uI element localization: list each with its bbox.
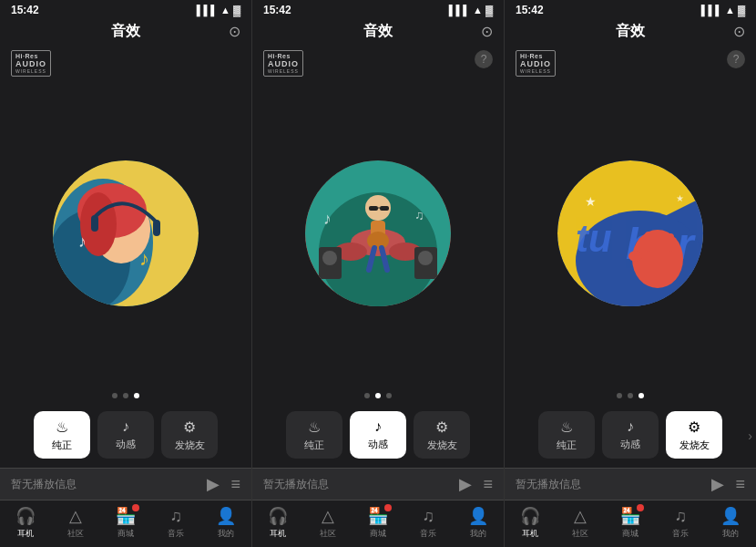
album-area-2: ♪ ♫ bbox=[252, 78, 504, 387]
wifi-icon-2: ▲ bbox=[473, 5, 483, 15]
status-icons-1: ▌▌▌ ▲ ▓ bbox=[197, 5, 240, 15]
hires-area-2: Hi·Res AUDIO WIRELESS ? bbox=[252, 46, 504, 78]
tab-bar-1: 🎧 耳机 △ 社区 🏪 商城 ♫ 音乐 👤 我的 bbox=[0, 500, 251, 547]
header-title-2: 音效 bbox=[363, 22, 393, 41]
svg-text:★: ★ bbox=[676, 193, 684, 203]
svg-rect-34 bbox=[645, 232, 652, 252]
mode-icon-dynamic-2: ♪ bbox=[374, 418, 382, 435]
settings-icon-1[interactable]: ⊙ bbox=[229, 23, 240, 40]
mode-audiophile-2[interactable]: ⚙ 发烧友 bbox=[414, 411, 470, 459]
hires-area-3: Hi·Res AUDIO WIRELESS ? bbox=[505, 46, 756, 78]
music-icon-3: ♫ bbox=[674, 507, 687, 526]
settings-icon-2[interactable]: ⊙ bbox=[481, 23, 493, 40]
mode-pure-3[interactable]: ♨ 纯正 bbox=[538, 411, 595, 459]
svg-text:♪: ♪ bbox=[78, 232, 87, 251]
tab-shop-label-2: 商城 bbox=[370, 528, 386, 540]
mode-pure-2[interactable]: ♨ 纯正 bbox=[286, 411, 342, 459]
badge-dot-1 bbox=[132, 504, 139, 511]
mine-icon-3: 👤 bbox=[720, 506, 741, 526]
panel-3: 15:42 ▌▌▌ ▲ ▓ 音效 ⊙ Hi·Res AUDIO WIRELESS… bbox=[505, 0, 756, 547]
mode-label-audiophile-2: 发烧友 bbox=[427, 439, 457, 452]
svg-text:♫: ♫ bbox=[414, 208, 424, 222]
player-bar-1: 暂无播放信息 ▶ ≡ bbox=[0, 468, 251, 500]
header-title-3: 音效 bbox=[616, 22, 645, 41]
dot-2-0 bbox=[364, 393, 370, 398]
player-bar-2: 暂无播放信息 ▶ ≡ bbox=[252, 468, 504, 500]
battery-icon-1: ▓ bbox=[233, 5, 240, 15]
tab-earphone-1[interactable]: 🎧 耳机 bbox=[0, 506, 50, 540]
tab-mine-2[interactable]: 👤 我的 bbox=[454, 506, 504, 540]
tab-earphone-label-3: 耳机 bbox=[522, 528, 538, 540]
svg-point-20 bbox=[367, 232, 389, 250]
mode-dynamic-2[interactable]: ♪ 动感 bbox=[350, 411, 406, 459]
mode-buttons-3: ♨ 纯正 ♪ 动感 ⚙ 发烧友 › bbox=[505, 404, 756, 468]
tab-shop-label-1: 商城 bbox=[117, 528, 134, 540]
tab-mine-label-2: 我的 bbox=[470, 528, 486, 540]
list-icon-3[interactable]: ≡ bbox=[735, 475, 745, 494]
list-icon-1[interactable]: ≡ bbox=[230, 475, 240, 494]
play-icon-2[interactable]: ▶ bbox=[459, 474, 472, 494]
dot-3-1 bbox=[628, 393, 633, 398]
tab-mine-3[interactable]: 👤 我的 bbox=[706, 506, 756, 540]
tab-bar-3: 🎧 耳机 △ 社区 🏪 商城 ♫ 音乐 👤 我的 bbox=[505, 500, 756, 547]
mode-icon-audiophile-3: ⚙ bbox=[688, 418, 700, 436]
hires-badge-1: Hi·Res AUDIO WIRELESS bbox=[11, 50, 51, 77]
album-art-1: ♪ ♪ bbox=[53, 160, 199, 306]
tab-music-1[interactable]: ♫ 音乐 bbox=[151, 507, 201, 540]
tab-music-2[interactable]: ♫ 音乐 bbox=[404, 507, 454, 540]
help-icon-3[interactable]: ? bbox=[727, 50, 745, 68]
tab-mine-1[interactable]: 👤 我的 bbox=[201, 506, 251, 540]
shop-badge-3: 🏪 bbox=[620, 506, 640, 526]
mode-audiophile-1[interactable]: ⚙ 发烧友 bbox=[161, 411, 218, 459]
dot-3-0 bbox=[617, 393, 622, 398]
mode-audiophile-3[interactable]: ⚙ 发烧友 bbox=[666, 411, 722, 459]
tab-community-1[interactable]: △ 社区 bbox=[50, 506, 100, 540]
right-arrow-3: › bbox=[748, 428, 752, 443]
player-controls-1: ▶ ≡ bbox=[207, 474, 240, 494]
mine-icon-2: 👤 bbox=[468, 506, 488, 526]
wifi-icon-1: ▲ bbox=[220, 5, 230, 15]
mode-dynamic-1[interactable]: ♪ 动感 bbox=[97, 411, 154, 459]
mode-label-pure-3: 纯正 bbox=[557, 439, 577, 452]
tab-shop-2[interactable]: 🏪 商城 bbox=[352, 506, 403, 540]
play-icon-3[interactable]: ▶ bbox=[711, 474, 724, 494]
header-1: 音效 ⊙ bbox=[0, 18, 251, 46]
tab-shop-1[interactable]: 🏪 商城 bbox=[100, 506, 150, 540]
mode-buttons-2: ♨ 纯正 ♪ 动感 ⚙ 发烧友 bbox=[252, 404, 504, 468]
album-area-1: ♪ ♪ bbox=[0, 78, 251, 387]
shop-badge-1: 🏪 bbox=[116, 506, 136, 526]
header-title-1: 音效 bbox=[111, 22, 140, 41]
album-svg-3: tu ber ★ ★ bbox=[557, 160, 703, 306]
hires-area-1: Hi·Res AUDIO WIRELESS bbox=[0, 46, 251, 78]
player-info-2: 暂无播放信息 bbox=[263, 477, 459, 492]
tab-shop-label-3: 商城 bbox=[622, 528, 639, 540]
tab-music-3[interactable]: ♫ 音乐 bbox=[656, 507, 706, 540]
svg-point-36 bbox=[628, 251, 643, 262]
play-icon-1[interactable]: ▶ bbox=[207, 474, 220, 494]
status-time-3: 15:42 bbox=[516, 4, 544, 16]
header-3: 音效 ⊙ bbox=[505, 18, 756, 46]
dots-area-1 bbox=[0, 387, 251, 404]
tab-community-2[interactable]: △ 社区 bbox=[302, 506, 352, 540]
community-icon-3: △ bbox=[574, 506, 587, 526]
status-time-2: 15:42 bbox=[263, 4, 291, 16]
player-controls-3: ▶ ≡ bbox=[711, 474, 745, 494]
mode-label-dynamic-2: 动感 bbox=[368, 438, 388, 451]
tab-community-3[interactable]: △ 社区 bbox=[555, 506, 605, 540]
tab-shop-3[interactable]: 🏪 商城 bbox=[605, 506, 655, 540]
tab-music-label-1: 音乐 bbox=[168, 528, 184, 540]
mode-icon-pure-2: ♨ bbox=[308, 418, 321, 436]
tab-earphone-3[interactable]: 🎧 耳机 bbox=[505, 506, 555, 540]
mode-dynamic-3[interactable]: ♪ 动感 bbox=[602, 411, 659, 459]
mode-pure-1[interactable]: ♨ 纯正 bbox=[34, 411, 90, 459]
mode-icon-pure-1: ♨ bbox=[56, 418, 68, 436]
svg-rect-6 bbox=[91, 215, 98, 232]
help-icon-2[interactable]: ? bbox=[475, 50, 493, 68]
mine-icon-1: 👤 bbox=[216, 506, 236, 526]
dot-1-2 bbox=[134, 393, 139, 398]
tab-earphone-label-2: 耳机 bbox=[270, 528, 286, 540]
album-art-3: tu ber ★ ★ bbox=[557, 160, 703, 306]
tab-earphone-2[interactable]: 🎧 耳机 bbox=[252, 506, 302, 540]
list-icon-2[interactable]: ≡ bbox=[483, 475, 493, 494]
settings-icon-3[interactable]: ⊙ bbox=[733, 23, 745, 40]
